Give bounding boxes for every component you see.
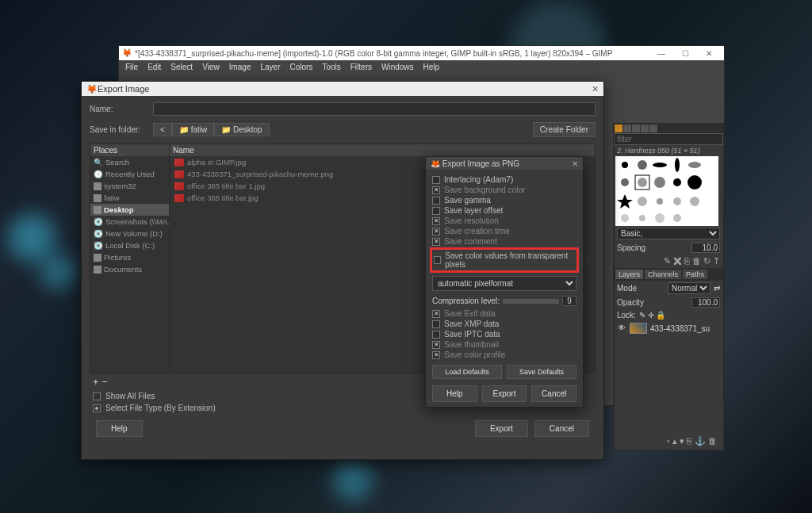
interlacing-checkbox[interactable] <box>432 176 440 184</box>
resize-grip-icon[interactable]: ⋮ <box>584 255 593 266</box>
right-dock: 2. Hardness 050 (51 × 51) Basic, Spacing… <box>613 123 724 450</box>
gamma-checkbox[interactable] <box>432 197 440 205</box>
place-system32[interactable]: system32 <box>90 180 169 192</box>
thumb-label: Save thumbnail <box>444 340 499 349</box>
place-desktop[interactable]: Desktop <box>90 204 169 216</box>
svg-point-7 <box>638 178 647 187</box>
select-type-label: Select File Type (By Extension) <box>105 404 216 412</box>
creation-label: Save creation time <box>444 227 510 235</box>
tab-channels[interactable]: Channels <box>645 270 681 279</box>
layer-offset-checkbox[interactable] <box>432 207 440 215</box>
svg-point-4 <box>688 162 701 168</box>
place-pictures[interactable]: Pictures <box>90 251 169 263</box>
menu-windows[interactable]: Windows <box>381 63 414 71</box>
crumb-back-button[interactable]: < <box>153 123 172 136</box>
svg-point-14 <box>673 197 681 205</box>
spacing-value[interactable]: 10.0 <box>691 243 720 253</box>
brush-grid[interactable] <box>615 156 718 226</box>
brush-preset-select[interactable]: Basic, <box>617 228 720 239</box>
place-screenshots[interactable]: 💽Screenshots (\\MA... <box>90 216 169 228</box>
iptc-checkbox[interactable] <box>432 331 440 339</box>
brush-filter-input[interactable] <box>614 133 723 145</box>
place-recent[interactable]: 🕓Recently Used <box>90 168 169 180</box>
menu-edit[interactable]: Edit <box>147 63 161 71</box>
svg-point-19 <box>673 214 681 222</box>
comment-checkbox[interactable]: ✕ <box>432 238 440 246</box>
png-help-button[interactable]: Help <box>432 385 477 402</box>
close-button[interactable]: ✕ <box>697 49 721 58</box>
minimize-button[interactable]: — <box>649 49 673 58</box>
transparent-checkbox[interactable] <box>434 256 441 264</box>
name-column-header[interactable]: Name <box>170 144 595 156</box>
layer-action-icons[interactable]: ▫ ▴ ▾ ⎘ ⚓ 🗑 <box>664 435 720 448</box>
select-type-expander[interactable] <box>93 404 101 412</box>
menu-layer[interactable]: Layer <box>260 63 280 71</box>
compression-slider[interactable] <box>503 299 559 304</box>
load-defaults-button[interactable]: Load Defaults <box>432 365 502 379</box>
comment-label: Save comment <box>444 237 497 246</box>
bookmark-add-button[interactable]: + <box>93 376 99 388</box>
menu-colors[interactable]: Colors <box>289 63 312 71</box>
compression-label: Compression level: <box>432 297 500 305</box>
tab-paths[interactable]: Paths <box>683 270 707 279</box>
compression-value[interactable]: 9 <box>562 296 576 306</box>
filename-input[interactable] <box>153 102 596 116</box>
creation-checkbox[interactable]: ✕ <box>432 228 440 235</box>
place-local-disk[interactable]: 💽Local Disk (C:) <box>90 239 169 251</box>
menu-file[interactable]: File <box>125 63 138 71</box>
gamma-label: Save gamma <box>444 196 491 205</box>
opacity-label: Opacity <box>617 298 644 307</box>
place-documents[interactable]: Documents <box>90 263 169 275</box>
place-search[interactable]: 🔍Search <box>90 156 169 168</box>
menu-help[interactable]: Help <box>423 63 440 71</box>
export-export-button[interactable]: Export <box>475 420 528 437</box>
menu-select[interactable]: Select <box>170 63 193 71</box>
png-cancel-button[interactable]: Cancel <box>531 385 576 402</box>
place-new-volume[interactable]: 💽New Volume (D:) <box>90 228 169 239</box>
menu-filters[interactable]: Filters <box>350 63 372 71</box>
dock-tabs[interactable] <box>614 124 723 133</box>
menu-tools[interactable]: Tools <box>322 63 340 71</box>
tab-layers[interactable]: Layers <box>615 270 643 279</box>
bg-checkbox[interactable]: ✕ <box>432 186 440 194</box>
svg-point-0 <box>622 162 628 168</box>
create-folder-button[interactable]: Create Folder <box>533 122 596 137</box>
svg-point-3 <box>675 158 680 172</box>
maximize-button[interactable]: ☐ <box>673 49 697 58</box>
crumb-user-button[interactable]: 📁 fatiw <box>172 123 214 136</box>
resolution-checkbox[interactable]: ✕ <box>432 217 440 225</box>
export-cancel-button[interactable]: Cancel <box>534 420 589 437</box>
xmp-checkbox[interactable] <box>432 320 440 328</box>
mode-arrows[interactable]: ⇄ <box>714 284 720 293</box>
spacing-label: Spacing <box>617 243 645 252</box>
layer-row[interactable]: 👁 433-4338371_su <box>614 321 723 335</box>
layer-name[interactable]: 433-4338371_su <box>650 324 710 333</box>
brush-action-icons[interactable]: ✎ 🞬 ⎘ 🗑 ↻ ⤒ <box>614 255 723 268</box>
svg-point-1 <box>638 160 647 170</box>
lock-icons[interactable]: ✎ ✛ 🔒 <box>639 311 666 320</box>
mode-select[interactable]: Normal <box>668 282 710 294</box>
png-export-button[interactable]: Export <box>482 385 527 402</box>
menu-view[interactable]: View <box>202 63 220 71</box>
window-title: *[433-4338371_surprised-pikachu-meme] (i… <box>135 49 612 58</box>
colorprofile-checkbox[interactable]: ✕ <box>432 351 440 359</box>
exif-checkbox[interactable]: ✕ <box>432 310 440 318</box>
png-dialog-close-icon[interactable]: ✕ <box>572 159 578 168</box>
save-defaults-button[interactable]: Save Defaults <box>507 365 576 379</box>
wilber-icon: 🦊 <box>86 84 98 94</box>
menu-image[interactable]: Image <box>229 63 251 71</box>
thumb-checkbox[interactable]: ✕ <box>432 341 440 349</box>
xmp-label: Save XMP data <box>444 320 499 328</box>
place-fatiw[interactable]: fatiw <box>90 192 169 204</box>
menubar: File Edit Select View Image Layer Colors… <box>119 60 724 73</box>
show-all-checkbox[interactable] <box>93 392 101 400</box>
export-dialog-close-icon[interactable]: ✕ <box>592 84 599 94</box>
export-help-button[interactable]: Help <box>96 420 143 437</box>
crumb-desktop-button[interactable]: 📁 Desktop <box>214 123 269 136</box>
gimp-icon: 🦊 <box>122 48 132 58</box>
opacity-value[interactable]: 100.0 <box>691 297 720 308</box>
visibility-icon[interactable]: 👁 <box>617 323 626 333</box>
pixelformat-select[interactable]: automatic pixelformat <box>432 276 576 291</box>
bookmark-remove-button[interactable]: − <box>102 376 108 388</box>
exif-label: Save Exif data <box>444 309 495 318</box>
